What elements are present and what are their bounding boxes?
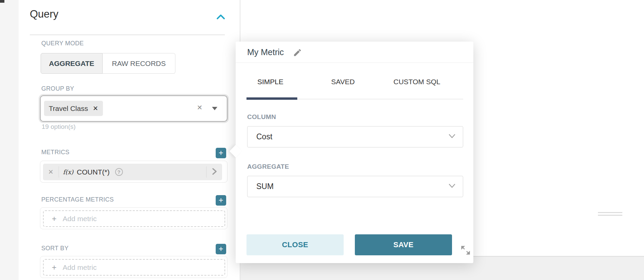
- metric-item[interactable]: ✕ f(x) COUNT(*) ?: [43, 164, 222, 180]
- column-label: COLUMN: [247, 113, 276, 121]
- tab-custom-sql[interactable]: CUSTOM SQL: [393, 78, 440, 86]
- group-by-label: GROUP BY: [41, 85, 74, 92]
- clear-all-icon[interactable]: ✕: [197, 103, 202, 112]
- metric-title: My Metric: [247, 47, 284, 57]
- save-button[interactable]: SAVE: [355, 234, 452, 255]
- handle-line: [598, 212, 622, 213]
- active-tab-indicator: [246, 97, 297, 100]
- query-mode-group: AGGREGATE RAW RECORDS: [41, 53, 175, 74]
- scrollbar-thumb[interactable]: [0, 0, 4, 3]
- aggregate-label: AGGREGATE: [247, 163, 289, 170]
- add-metric-placeholder: Add metric: [63, 215, 96, 223]
- chart-resize-handle[interactable]: [598, 212, 622, 216]
- sort-by-label: SORT BY: [41, 245, 68, 252]
- add-percentage-metric-button[interactable]: +: [216, 195, 226, 206]
- handle-line: [598, 215, 622, 216]
- tab-simple[interactable]: SIMPLE: [257, 78, 283, 86]
- aggregate-value: SUM: [256, 176, 274, 197]
- close-button[interactable]: CLOSE: [246, 234, 344, 255]
- tag-remove-icon[interactable]: ✕: [93, 104, 98, 112]
- query-section-title: Query: [30, 8, 58, 20]
- divider: [59, 166, 59, 178]
- column-select[interactable]: Cost: [247, 126, 463, 147]
- tag-label: Travel Class: [49, 104, 88, 113]
- metrics-label: METRICS: [41, 149, 69, 156]
- aggregate-select[interactable]: SUM: [247, 176, 463, 197]
- aggregate-mode-button[interactable]: AGGREGATE: [41, 53, 103, 74]
- add-metric-placeholder: Add metric: [63, 263, 96, 272]
- group-by-select[interactable]: Travel Class ✕ ✕: [40, 95, 228, 122]
- percentage-metrics-label: PERCENTAGE METRICS: [41, 196, 114, 203]
- add-metric-dropzone[interactable]: + Add metric: [43, 210, 225, 227]
- divider: [236, 63, 473, 63]
- group-by-tag: Travel Class ✕: [44, 101, 103, 116]
- plus-icon: +: [52, 263, 57, 272]
- chevron-down-icon: [448, 133, 456, 141]
- explore-screen: Query QUERY MODE AGGREGATE RAW RECORDS G…: [0, 0, 644, 280]
- chevron-right-icon[interactable]: [207, 167, 222, 177]
- edit-pencil-icon[interactable]: [293, 48, 302, 59]
- metrics-container: ✕ f(x) COUNT(*) ?: [40, 161, 228, 183]
- percentage-metrics-container: + Add metric: [40, 207, 228, 229]
- caret-down-icon[interactable]: [212, 107, 217, 110]
- column-value: Cost: [256, 126, 272, 147]
- add-sort-metric-button[interactable]: +: [216, 244, 226, 254]
- left-rail: [0, 0, 19, 280]
- tab-saved[interactable]: SAVED: [331, 78, 355, 86]
- remove-metric-icon[interactable]: ✕: [43, 168, 59, 176]
- help-icon: ?: [115, 168, 123, 176]
- options-count-hint: 19 option(s): [42, 123, 76, 131]
- metric-editor-popover: My Metric SIMPLE SAVED CUSTOM SQL COLUMN…: [236, 42, 473, 263]
- add-metric-button[interactable]: +: [216, 148, 226, 158]
- section-divider: [30, 34, 225, 35]
- add-metric-dropzone[interactable]: + Add metric: [43, 259, 225, 276]
- chevron-down-icon: [448, 183, 456, 190]
- function-icon: f(x): [63, 168, 73, 176]
- raw-records-mode-button[interactable]: RAW RECORDS: [103, 53, 175, 74]
- metric-name: COUNT(*): [77, 168, 110, 176]
- chevron-up-icon[interactable]: [215, 13, 226, 22]
- sort-by-container: + Add metric: [40, 256, 228, 278]
- resize-popover-icon[interactable]: [461, 246, 470, 256]
- query-mode-label: QUERY MODE: [41, 40, 84, 47]
- plus-icon: +: [52, 214, 57, 224]
- popover-arrow: [230, 145, 242, 158]
